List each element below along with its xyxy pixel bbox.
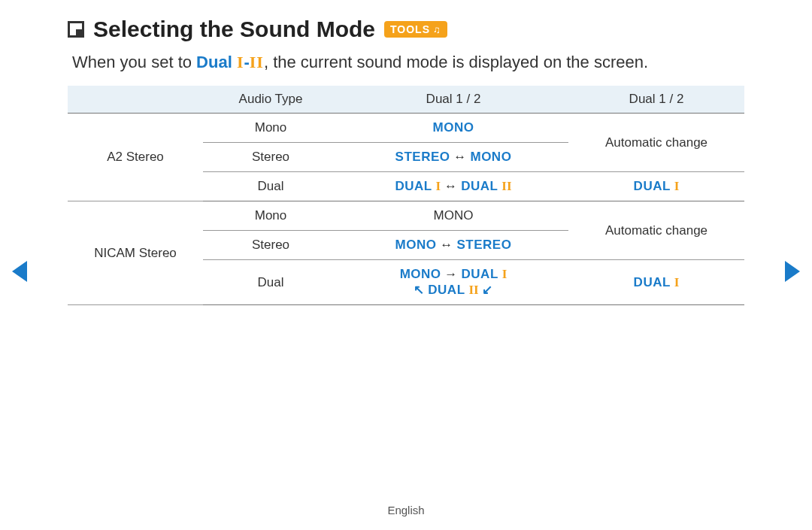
double-arrow-icon: ↔ — [444, 179, 458, 193]
music-note-icon: ♫ — [433, 24, 441, 35]
diag-up-left-arrow-icon: ↖ — [414, 283, 425, 297]
table-row: NICAM Stereo Mono MONO Automatic change — [68, 201, 744, 231]
intro-text: When you set to Dual I-II, the current s… — [72, 53, 744, 72]
group-nicam-stereo: NICAM Stereo — [68, 201, 203, 305]
cell-audio-type: Dual — [203, 172, 338, 201]
section-bullet-icon — [68, 21, 84, 38]
tools-badge-label: TOOLS — [390, 23, 430, 35]
page-title: Selecting the Sound Mode — [93, 17, 375, 42]
double-arrow-icon: ↔ — [453, 150, 467, 164]
cell-dual-a: MONO — [338, 201, 568, 231]
cell-dual-b: DUAL I — [568, 172, 744, 201]
cell-dual-a: DUAL I ↔ DUAL II — [338, 172, 568, 201]
right-arrow-icon: → — [444, 267, 458, 281]
cell-audio-type: Mono — [203, 201, 338, 231]
tools-badge: TOOLS ♫ — [384, 21, 447, 38]
th-dual-b: Dual 1 / 2 — [568, 86, 744, 114]
cell-dual-a: MONO ↔ STEREO — [338, 231, 568, 260]
cell-dual-a: MONO → DUAL I ↖ DUAL II ↙ — [338, 260, 568, 305]
double-arrow-icon: ↔ — [440, 238, 453, 252]
th-audio-type: Audio Type — [203, 86, 338, 114]
cell-audio-type: Stereo — [203, 231, 338, 260]
next-page-arrow-icon[interactable] — [785, 261, 800, 282]
diag-down-left-arrow-icon: ↙ — [482, 283, 493, 297]
cell-audio-type: Mono — [203, 114, 338, 143]
cell-dual-b: DUAL I — [568, 260, 744, 305]
table-row: A2 Stereo Mono MONO Automatic change — [68, 114, 744, 143]
prev-page-arrow-icon[interactable] — [12, 261, 27, 282]
cell-auto-change: Automatic change — [568, 114, 744, 172]
footer-language: English — [0, 504, 812, 516]
th-dual-a: Dual 1 / 2 — [338, 86, 568, 114]
cell-audio-type: Dual — [203, 260, 338, 305]
cell-dual-a: MONO — [338, 114, 568, 143]
cell-dual-a: STEREO ↔ MONO — [338, 143, 568, 172]
cell-auto-change: Automatic change — [568, 201, 744, 260]
th-category — [68, 86, 203, 114]
sound-mode-table: Audio Type Dual 1 / 2 Dual 1 / 2 A2 Ster… — [68, 86, 744, 305]
group-a2-stereo: A2 Stereo — [68, 114, 203, 201]
cell-audio-type: Stereo — [203, 143, 338, 172]
